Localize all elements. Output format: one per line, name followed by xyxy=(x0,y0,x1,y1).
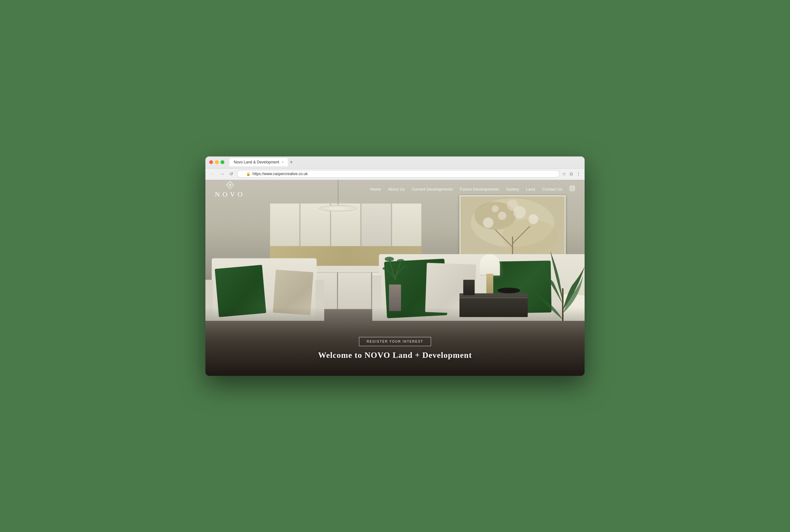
svg-point-7 xyxy=(483,217,494,228)
website-content: NOVO Home About Us Current Developments … xyxy=(206,180,584,376)
url-text: https://www.caspercreative.co.uk xyxy=(252,172,308,176)
svg-point-27 xyxy=(573,187,574,187)
minimize-button[interactable] xyxy=(215,160,219,164)
security-lock-icon: 🔒 xyxy=(246,172,251,176)
forward-button[interactable]: → xyxy=(219,171,226,177)
center-plant xyxy=(380,252,410,311)
hero-title: Welcome to NOVO Land + Development xyxy=(318,350,472,360)
nav-land[interactable]: Land xyxy=(526,187,535,192)
svg-marker-24 xyxy=(229,184,231,186)
address-bar: ← → ↺ 🔒 https://www.caspercreative.co.uk… xyxy=(206,169,584,180)
svg-point-12 xyxy=(507,200,518,211)
browser-window: Novo Land & Development × + ← → ↺ 🔒 http… xyxy=(206,156,584,376)
traffic-lights xyxy=(209,160,224,164)
address-input[interactable]: 🔒 https://www.caspercreative.co.uk xyxy=(237,170,560,178)
svg-point-17 xyxy=(385,257,394,261)
register-interest-button[interactable]: REGISTER YOUR INTEREST xyxy=(359,337,431,346)
logo-area: NOVO xyxy=(215,180,245,198)
nav-current-developments[interactable]: Current Developments xyxy=(412,187,453,192)
svg-line-14 xyxy=(395,261,401,280)
instagram-icon[interactable] xyxy=(570,186,575,193)
svg-point-26 xyxy=(571,187,574,190)
nav-home[interactable]: Home xyxy=(370,187,381,192)
navbar: NOVO Home About Us Current Developments … xyxy=(206,180,584,199)
hero-content: REGISTER YOUR INTEREST Welcome to NOVO L… xyxy=(206,337,584,360)
sideboard-decoration xyxy=(497,288,520,294)
new-tab-button[interactable]: + xyxy=(290,159,293,165)
tab-close-icon[interactable]: × xyxy=(282,160,284,164)
title-bar: Novo Land & Development × + xyxy=(206,156,584,169)
svg-point-11 xyxy=(492,206,499,212)
profile-icon[interactable]: ⊙ xyxy=(570,171,573,176)
back-button[interactable]: ← xyxy=(209,171,216,177)
nav-contact[interactable]: Contact Us xyxy=(542,187,562,192)
close-button[interactable] xyxy=(209,160,213,164)
logo-text: NOVO xyxy=(215,190,245,198)
table-lamp xyxy=(478,254,501,293)
menu-icon[interactable]: ⋮ xyxy=(576,171,581,176)
svg-rect-25 xyxy=(570,186,575,191)
nav-links: Home About Us Current Developments Futur… xyxy=(370,186,575,193)
nav-about[interactable]: About Us xyxy=(388,187,405,192)
nav-gallery[interactable]: Gallery xyxy=(506,187,519,192)
nav-future-developments[interactable]: Future Developments xyxy=(460,187,499,192)
browser-actions: ☆ ⊙ ⋮ xyxy=(562,171,581,176)
refresh-button[interactable]: ↺ xyxy=(228,171,234,177)
svg-point-20 xyxy=(401,265,408,268)
svg-point-8 xyxy=(498,211,506,220)
tab-title: Novo Land & Development xyxy=(234,160,279,164)
svg-point-19 xyxy=(382,267,388,270)
tab-bar: Novo Land & Development × + xyxy=(229,158,581,166)
fullscreen-button[interactable] xyxy=(220,160,224,164)
svg-line-16 xyxy=(395,266,404,276)
svg-point-18 xyxy=(397,259,404,263)
bookmark-icon[interactable]: ☆ xyxy=(562,171,566,176)
active-tab[interactable]: Novo Land & Development × xyxy=(229,158,288,166)
logo-diamond-icon xyxy=(225,180,235,190)
dark-vase xyxy=(463,280,475,296)
